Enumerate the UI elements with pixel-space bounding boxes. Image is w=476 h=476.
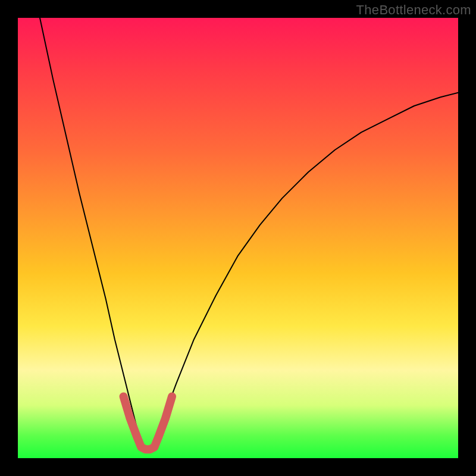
watermark-text: TheBottleneck.com: [356, 2, 471, 18]
bottleneck-curve-path: [40, 18, 458, 449]
curve-layer: [18, 18, 458, 458]
plot-area: [18, 18, 458, 458]
chart-frame: TheBottleneck.com: [0, 0, 476, 476]
